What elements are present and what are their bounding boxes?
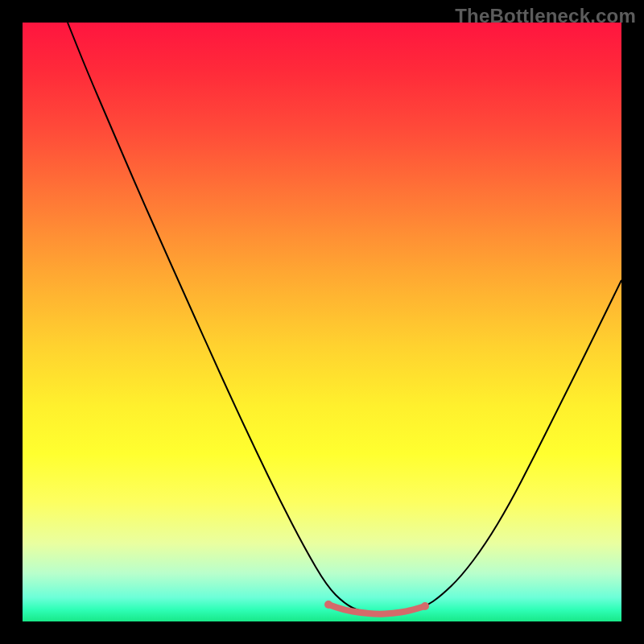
curve-layer xyxy=(23,23,621,621)
chart-container: TheBottleneck.com xyxy=(0,0,644,644)
watermark: TheBottleneck.com xyxy=(455,5,636,27)
valley-dot-left xyxy=(324,601,332,609)
plot-area xyxy=(23,23,621,621)
valley-dot-right xyxy=(421,602,429,610)
valley-highlight xyxy=(328,605,425,614)
bottleneck-curve xyxy=(68,23,621,614)
